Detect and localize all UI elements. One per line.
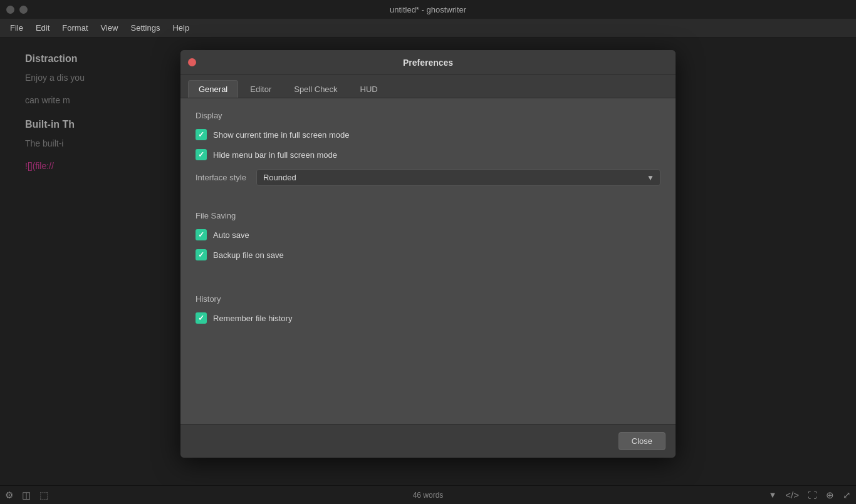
window-minimize-button[interactable]	[19, 6, 28, 14]
tab-editor[interactable]: Editor	[239, 80, 282, 98]
hide-menu-checkbox[interactable]	[196, 149, 207, 160]
dialog-body: Display Show current time in full screen…	[180, 98, 676, 424]
code-icon[interactable]: </>	[785, 490, 799, 500]
auto-save-checkbox[interactable]	[196, 229, 207, 240]
hide-menu-row: Hide menu bar in full screen mode	[196, 149, 660, 160]
interface-style-label: Interface style	[196, 173, 246, 182]
backup-label: Backup file on save	[213, 250, 284, 260]
gear-icon[interactable]: ⚙	[5, 490, 13, 501]
show-time-label: Show current time in full screen mode	[213, 130, 349, 140]
status-bar-left-icons: ⚙ ◫ ⬚	[5, 490, 48, 501]
menu-file[interactable]: File	[4, 21, 29, 35]
remember-history-row: Remember file history	[196, 312, 660, 324]
dialog-close-dot-button[interactable]	[188, 58, 196, 66]
window-controls	[6, 6, 28, 14]
show-time-row: Show current time in full screen mode	[196, 129, 660, 140]
modal-overlay: Preferences General Editor Spell Check H…	[0, 38, 856, 485]
word-count: 46 words	[413, 491, 444, 500]
interface-style-select[interactable]: Rounded Flat Classic	[256, 169, 660, 186]
remember-history-checkbox[interactable]	[196, 312, 207, 324]
dropdown-arrow-icon[interactable]: ▼	[768, 490, 776, 500]
backup-row: Backup file on save	[196, 249, 660, 260]
menu-help[interactable]: Help	[166, 21, 196, 35]
close-button[interactable]: Close	[619, 432, 665, 450]
interface-style-select-wrapper: Rounded Flat Classic ▼	[256, 169, 660, 186]
section-display: Display Show current time in full screen…	[196, 111, 660, 186]
interface-style-row: Interface style Rounded Flat Classic ▼	[196, 169, 660, 186]
show-time-checkbox[interactable]	[196, 129, 207, 140]
window-title: untitled* - ghostwriter	[390, 5, 466, 14]
tab-general[interactable]: General	[188, 80, 238, 98]
file-saving-section-title: File Saving	[196, 211, 660, 220]
menu-edit[interactable]: Edit	[29, 21, 56, 35]
section-file-saving: File Saving Auto save Backup file on sav…	[196, 211, 660, 260]
auto-save-row: Auto save	[196, 229, 660, 240]
remember-history-label: Remember file history	[213, 314, 292, 323]
tab-spell-check[interactable]: Spell Check	[283, 80, 348, 98]
status-bar-right-icons: ▼ </> ⛶ ⊕ ⤢	[768, 490, 851, 501]
dialog-header: Preferences	[180, 50, 676, 75]
display-section-title: Display	[196, 111, 660, 120]
menu-settings[interactable]: Settings	[124, 21, 166, 35]
section-history: History Remember file history	[196, 294, 660, 324]
auto-save-label: Auto save	[213, 230, 249, 240]
menu-bar: File Edit Format View Settings Help	[0, 19, 856, 38]
window-close-button[interactable]	[6, 6, 14, 14]
backup-checkbox[interactable]	[196, 249, 207, 260]
title-bar: untitled* - ghostwriter	[0, 0, 856, 19]
expand-icon[interactable]: ⤢	[843, 490, 851, 501]
divider-2	[196, 269, 660, 282]
menu-format[interactable]: Format	[56, 21, 94, 35]
menu-view[interactable]: View	[95, 21, 125, 35]
tab-hud[interactable]: HUD	[350, 80, 389, 98]
globe-icon[interactable]: ⊕	[826, 490, 834, 501]
dialog-title: Preferences	[403, 58, 453, 68]
sidebar-left-icon[interactable]: ◫	[22, 490, 31, 501]
tabs-bar: General Editor Spell Check HUD	[180, 75, 676, 98]
dialog-footer: Close	[180, 424, 676, 458]
status-bar: ⚙ ◫ ⬚ 46 words ▼ </> ⛶ ⊕ ⤢	[0, 485, 856, 504]
fullscreen-exit-icon[interactable]: ⛶	[808, 490, 817, 500]
sidebar-right-icon[interactable]: ⬚	[39, 490, 48, 501]
hide-menu-label: Hide menu bar in full screen mode	[213, 150, 337, 160]
divider-3	[196, 282, 660, 294]
preferences-dialog: Preferences General Editor Spell Check H…	[180, 50, 676, 458]
history-section-title: History	[196, 294, 660, 304]
divider-1	[196, 198, 660, 211]
